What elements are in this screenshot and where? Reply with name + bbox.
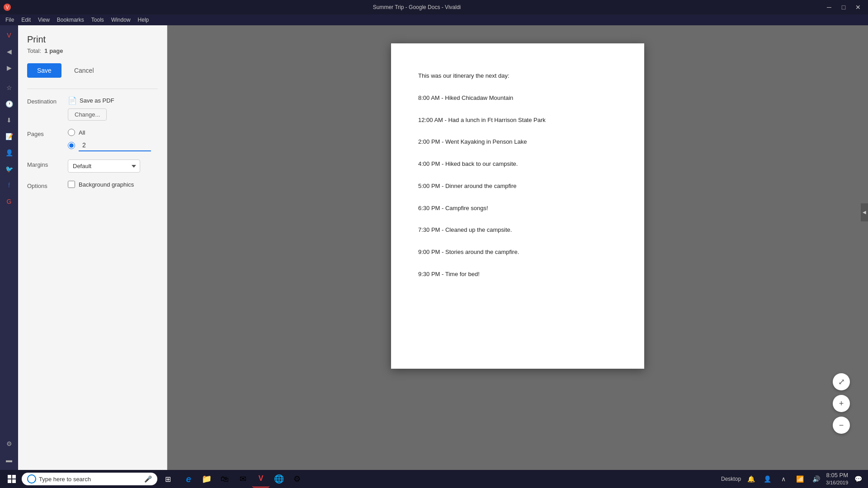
doc-line-4: 4:00 PM - Hiked back to our campsite. <box>418 159 617 169</box>
volume-icon[interactable]: 🔊 <box>810 473 822 485</box>
taskbar-app-chrome[interactable]: 🌐 <box>270 470 288 488</box>
taskbar-app-misc[interactable]: ⚙ <box>288 470 306 488</box>
menu-edit[interactable]: Edit <box>18 16 34 24</box>
sidebar-icon-history[interactable]: 🕐 <box>3 98 15 110</box>
maximize-button[interactable]: □ <box>837 1 850 14</box>
pages-all-radio[interactable] <box>68 129 75 136</box>
taskbar-clock[interactable]: 8:05 PM 3/16/2019 <box>826 471 848 487</box>
sidebar-icon-downloads[interactable]: ⬇ <box>3 114 15 127</box>
sidebar-back-button[interactable]: ◀ <box>3 45 15 58</box>
taskbar-app-explorer[interactable]: 📁 <box>198 470 215 488</box>
pages-control: All <box>68 129 158 151</box>
taskbar-search-placeholder: Type here to search <box>39 476 91 483</box>
print-buttons: Save Cancel <box>27 63 158 78</box>
menu-view[interactable]: View <box>34 16 53 24</box>
doc-line-1: 8:00 AM - Hiked Chicadaw Mountain <box>418 93 617 103</box>
sidebar-icon-google[interactable]: G <box>3 195 15 208</box>
menu-bookmarks[interactable]: Bookmarks <box>53 16 88 24</box>
background-graphics-checkbox[interactable] <box>68 181 75 188</box>
window-title: Summer Trip - Google Docs - Vivaldi <box>11 4 823 10</box>
cortana-circle <box>27 474 36 483</box>
left-sidebar: V ◀ ▶ ☆ 🕐 ⬇ 📝 👤 🐦 f G ⚙ ▬ <box>0 25 18 470</box>
people-icon[interactable]: 👤 <box>761 473 774 485</box>
zoom-out-button[interactable]: − <box>833 417 850 434</box>
title-bar: V Summer Trip - Google Docs - Vivaldi ─ … <box>0 0 868 14</box>
margins-control: Default None Minimum Custom <box>68 160 158 173</box>
background-graphics-label: Background graphics <box>79 181 134 188</box>
microphone-icon: 🎤 <box>144 475 152 483</box>
doc-line-6: 6:30 PM - Campfire songs! <box>418 203 617 213</box>
doc-line-7: 7:30 PM - Cleaned up the campsite. <box>418 225 617 235</box>
sidebar-icon-twitter[interactable]: 🐦 <box>3 163 15 175</box>
task-view-button[interactable]: ⊞ <box>159 470 176 488</box>
options-control: Background graphics <box>68 181 158 188</box>
preview-area: This was our itinerary the next day: 8:0… <box>167 25 868 470</box>
sidebar-icon-notes[interactable]: 📝 <box>3 130 15 143</box>
pages-row: Pages All <box>27 129 158 151</box>
sidebar-icon-contacts[interactable]: 👤 <box>3 146 15 159</box>
total-label: Total: <box>27 47 41 54</box>
sidebar-icon-vivaldi[interactable]: V <box>3 29 15 42</box>
taskbar-app-mail[interactable]: ✉ <box>234 470 251 488</box>
taskbar-app-store[interactable]: 🛍 <box>216 470 233 488</box>
right-sidebar-toggle[interactable]: ◀ <box>861 203 868 221</box>
minimize-button[interactable]: ─ <box>823 1 835 14</box>
zoom-fit-button[interactable]: ⤢ <box>833 373 850 390</box>
zoom-in-button[interactable]: + <box>833 395 850 412</box>
destination-label: Destination <box>27 96 68 105</box>
document-preview: This was our itinerary the next day: 8:0… <box>391 43 644 369</box>
clock-time: 8:05 PM <box>826 471 848 479</box>
pages-all-row: All <box>68 129 158 136</box>
menu-file[interactable]: File <box>2 16 18 24</box>
pages-label: Pages <box>27 129 68 137</box>
print-total: Total: 1 page <box>27 47 158 54</box>
pages-custom-input[interactable] <box>79 140 151 151</box>
sidebar-icon-settings[interactable]: ⚙ <box>3 437 15 450</box>
taskbar: Type here to search 🎤 ⊞ e 📁 🛍 ✉ V 🌐 ⚙ De… <box>0 470 868 488</box>
destination-row: Destination 📄 Save as PDF Change... <box>27 96 158 121</box>
pages-custom-radio[interactable] <box>68 142 75 149</box>
menu-tools[interactable]: Tools <box>88 16 108 24</box>
sidebar-icon-facebook[interactable]: f <box>3 179 15 192</box>
save-button[interactable]: Save <box>27 63 61 78</box>
margins-label: Margins <box>27 160 68 168</box>
cancel-button[interactable]: Cancel <box>67 63 101 78</box>
print-panel: Print Total: 1 page Save Cancel Destinat… <box>18 25 167 470</box>
options-row: Options Background graphics <box>27 181 158 189</box>
cortana-icon <box>27 474 36 483</box>
sidebar-forward-button[interactable]: ▶ <box>3 61 15 74</box>
close-button[interactable]: ✕ <box>852 1 864 14</box>
destination-control: 📄 Save as PDF Change... <box>68 96 158 121</box>
options-label: Options <box>27 181 68 189</box>
sidebar-icon-statusbar[interactable]: ▬ <box>3 454 15 466</box>
menu-window[interactable]: Window <box>108 16 134 24</box>
notifications-icon[interactable]: 🔔 <box>745 473 757 485</box>
windows-logo-icon <box>8 475 16 483</box>
doc-line-5: 5:00 PM - Dinner around the campfire <box>418 181 617 191</box>
action-center-icon[interactable]: 💬 <box>852 473 864 485</box>
taskbar-search-box[interactable]: Type here to search 🎤 <box>22 473 157 485</box>
expand-tray-icon[interactable]: ∧ <box>777 473 790 485</box>
taskbar-apps: e 📁 🛍 ✉ V 🌐 ⚙ <box>180 470 306 488</box>
sidebar-icon-bookmarks[interactable]: ☆ <box>3 81 15 94</box>
menu-bar: File Edit View Bookmarks Tools Window He… <box>0 14 868 25</box>
menu-help[interactable]: Help <box>134 16 153 24</box>
network-icon[interactable]: 📶 <box>793 473 806 485</box>
taskbar-app-edge[interactable]: e <box>180 470 197 488</box>
window-controls: ─ □ ✕ <box>823 1 864 14</box>
zoom-controls: ⤢ + − <box>833 373 850 434</box>
main-area: V ◀ ▶ ☆ 🕐 ⬇ 📝 👤 🐦 f G ⚙ ▬ Print Total: 1… <box>0 25 868 470</box>
browser-favicon: V <box>4 4 11 11</box>
taskbar-app-vivaldi[interactable]: V <box>252 470 269 488</box>
change-destination-button[interactable]: Change... <box>68 108 107 121</box>
document-content: This was our itinerary the next day: 8:0… <box>418 70 617 279</box>
doc-line-3: 2:00 PM - Went Kayaking in Penson Lake <box>418 136 617 147</box>
margins-row: Margins Default None Minimum Custom <box>27 160 158 173</box>
pages-all-label: All <box>79 129 85 136</box>
margins-select[interactable]: Default None Minimum Custom <box>68 160 140 173</box>
desktop-label: Desktop <box>721 476 741 482</box>
start-button[interactable] <box>4 471 20 487</box>
pdf-icon: 📄 <box>68 96 77 105</box>
background-graphics-row: Background graphics <box>68 181 158 188</box>
total-value: 1 page <box>44 47 63 54</box>
